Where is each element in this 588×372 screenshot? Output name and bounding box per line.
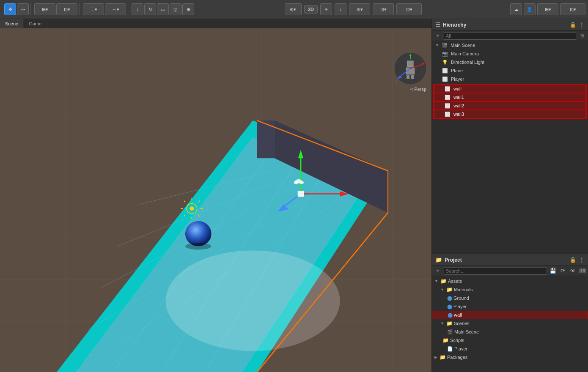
camera-icon: 📷 — [442, 51, 448, 57]
scene-area[interactable]: Y Z X < Persp — [0, 28, 431, 372]
project-assets-folder[interactable]: ▼ 📁 Assets — [432, 277, 588, 285]
scene-gizmo[interactable]: Y Z X — [393, 52, 427, 85]
svg-text:X: X — [424, 62, 426, 65]
move-tools: ↕ ↻ ▭ ◎ ⊞ — [130, 3, 196, 15]
hierarchy-menu-btn[interactable]: ⋮ — [579, 22, 585, 28]
packages-folder-icon: 📁 — [440, 354, 446, 360]
hierarchy-panel: ☰ Hierarchy 🔓 ⋮ + ⊞ ▼ 🎬 Main Scene � — [432, 19, 588, 254]
layout-btn[interactable]: ⊡▾ — [560, 3, 585, 15]
project-search-input[interactable] — [444, 267, 547, 275]
project-scenes-folder[interactable]: ▼ 📁 Scenes — [432, 319, 588, 328]
project-save-btn[interactable]: 💾 — [549, 267, 557, 275]
center-tools: ⊛▾ 2D ☀ ♪ ⊡▾ ⊡▾ ⊡▾ — [285, 3, 422, 15]
project-toolbar: + 💾 ⟳ 👁 16 — [432, 266, 588, 276]
hierarchy-main-scene[interactable]: ▼ 🎬 Main Scene — [432, 41, 588, 49]
project-wall-material[interactable]: ⬤ wall — [432, 311, 588, 319]
right-panel: ☰ Hierarchy 🔓 ⋮ + ⊞ ▼ 🎬 Main Scene � — [431, 19, 588, 372]
hierarchy-item-wall[interactable]: ⬜ wall — [434, 85, 586, 93]
project-title: Project — [445, 257, 567, 263]
cloud-btn[interactable]: ☁ — [510, 3, 522, 15]
wall2-icon: ⬜ — [445, 103, 451, 109]
project-lock-icon[interactable]: 🔓 — [570, 257, 576, 263]
materials-label: Materials — [454, 287, 473, 292]
scene-tab[interactable]: Scene — [0, 19, 24, 28]
player-script-label: Player — [454, 346, 467, 351]
2d-toggle-btn[interactable]: 2D — [304, 5, 318, 14]
directional-light-label: Directional Light — [451, 60, 484, 65]
rect-btn[interactable]: ▭ — [157, 3, 169, 15]
svg-rect-57 — [411, 75, 414, 79]
project-scripts-folder[interactable]: 📁 Scripts — [432, 336, 588, 345]
hierarchy-item-directional-light[interactable]: 💡 Directional Light — [432, 58, 588, 66]
light-btn[interactable]: ☀ — [320, 3, 332, 15]
hierarchy-header: ☰ Hierarchy 🔓 ⋮ — [432, 19, 588, 31]
snap-tools: ⋮▾ ↔▾ — [81, 3, 128, 15]
main-scene-file-icon: 🎬 — [447, 329, 453, 335]
scale-btn[interactable]: ↔▾ — [105, 3, 126, 15]
player-material-label: Player — [453, 304, 467, 309]
project-icon: 📁 — [435, 257, 442, 263]
scene-svg — [0, 28, 431, 372]
hierarchy-add-btn[interactable]: + — [434, 32, 442, 40]
project-add-btn[interactable]: + — [434, 267, 442, 275]
fx-btn[interactable]: ⊡▾ — [349, 3, 370, 15]
assets-label: Assets — [448, 279, 462, 284]
wall-label: wall — [453, 86, 462, 91]
wall1-icon: ⬜ — [445, 95, 451, 100]
plane-label: Plane — [451, 68, 463, 73]
player-icon: ⬜ — [442, 77, 448, 82]
transform-tools: ✥ ⊹ — [3, 3, 31, 15]
project-materials-folder[interactable]: ▼ 📁 Materials — [432, 285, 588, 294]
svg-rect-54 — [407, 61, 413, 67]
hand-tool-btn[interactable]: ✥ — [4, 3, 16, 15]
pivot-btn[interactable]: ⊞▾ — [34, 3, 55, 15]
hierarchy-collapse-btn[interactable]: ⊞ — [578, 32, 586, 40]
rotate-btn[interactable]: ↻ — [144, 3, 156, 15]
project-eye-btn[interactable]: 👁 — [569, 267, 577, 275]
gizmos-btn[interactable]: ⊡▾ — [396, 3, 422, 15]
player-label: Player — [451, 77, 464, 82]
layers-btn[interactable]: ⊞▾ — [537, 3, 558, 15]
svg-rect-37 — [298, 191, 304, 197]
project-refresh-btn[interactable]: ⟳ — [559, 267, 567, 275]
hierarchy-item-main-camera[interactable]: 📷 Main Camera — [432, 49, 588, 58]
main-scene-icon: 🎬 — [442, 43, 448, 48]
project-menu-btn[interactable]: ⋮ — [579, 257, 585, 263]
scenes-folder-label: Scenes — [454, 321, 470, 326]
project-player-script[interactable]: 📄 Player — [432, 345, 588, 353]
main-scene-file-label: Main Scene — [454, 329, 479, 334]
move-btn[interactable]: ↕ — [132, 3, 143, 15]
hierarchy-search-input[interactable] — [444, 32, 576, 40]
materials-folder-icon: 📁 — [446, 287, 453, 293]
hierarchy-lock-icon[interactable]: 🔓 — [570, 22, 576, 28]
global-btn[interactable]: ⊡▾ — [56, 3, 77, 15]
project-packages-folder[interactable]: ▶ 📁 Packages — [432, 353, 588, 361]
audio-btn[interactable]: ♪ — [335, 3, 346, 15]
snap-btn[interactable]: ⋮▾ — [83, 3, 104, 15]
wall2-label: wall2 — [453, 103, 464, 108]
custom-btn[interactable]: ◎ — [170, 3, 181, 15]
hierarchy-item-wall2[interactable]: ⬜ wall2 — [434, 101, 586, 110]
player-mat-icon: ⬤ — [447, 304, 452, 309]
transform-btn[interactable]: ⊞ — [182, 3, 194, 15]
main-scene-arrow: ▼ — [435, 43, 439, 47]
top-toolbar: ✥ ⊹ ⊞▾ ⊡▾ ⋮▾ ↔▾ ↕ ↻ ▭ ◎ ⊞ ⊛▾ 2D ☀ ♪ ⊡▾ ⊡… — [0, 0, 588, 19]
hierarchy-item-plane[interactable]: ⬜ Plane — [432, 66, 588, 75]
hierarchy-item-wall1[interactable]: ⬜ wall1 — [434, 93, 586, 101]
account-btn[interactable]: 👤 — [524, 3, 536, 15]
game-tab[interactable]: Game — [24, 19, 47, 28]
hierarchy-item-player[interactable]: ⬜ Player — [432, 75, 588, 83]
project-panel: 📁 Project 🔓 ⋮ + 💾 ⟳ 👁 16 ▼ 📁 Assets — [432, 254, 588, 372]
right-tools: ☁ 👤 ⊞▾ ⊡▾ — [510, 3, 585, 15]
project-main-scene-file[interactable]: 🎬 Main Scene — [432, 328, 588, 336]
select-tool-btn[interactable]: ⊹ — [17, 3, 29, 15]
viewport[interactable]: Scene Game — [0, 19, 431, 372]
main-content: Scene Game — [0, 19, 588, 372]
stats-btn[interactable]: ⊡▾ — [373, 3, 394, 15]
hierarchy-item-wall3[interactable]: ⬜ wall3 — [434, 110, 586, 118]
project-player-material[interactable]: ⬤ Player — [432, 302, 588, 311]
play-config-btn[interactable]: ⊛▾ — [285, 3, 302, 15]
project-ground-material[interactable]: ⬤ Ground — [432, 294, 588, 302]
svg-rect-56 — [407, 75, 409, 79]
main-camera-label: Main Camera — [451, 51, 479, 56]
